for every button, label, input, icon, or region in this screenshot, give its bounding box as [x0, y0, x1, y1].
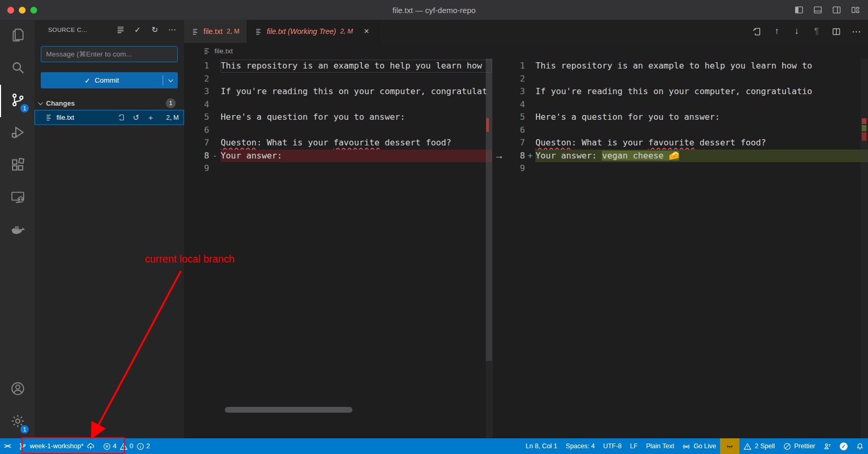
- editor-line: 9: [184, 162, 492, 175]
- discard-changes-icon[interactable]: ↺: [132, 113, 141, 122]
- more-actions-icon[interactable]: ⋯: [851, 26, 862, 37]
- feedback-button[interactable]: [819, 438, 836, 454]
- deleted-change-mark: [486, 118, 489, 132]
- activity-search[interactable]: [0, 52, 35, 85]
- misspelled-word: favourite: [334, 138, 380, 147]
- customize-layout-icon[interactable]: [850, 5, 861, 15]
- toggle-secondary-sidebar-icon[interactable]: [831, 5, 842, 15]
- debug-icon: [10, 124, 26, 142]
- overview-ruler[interactable]: [861, 59, 868, 438]
- cursor-position[interactable]: Ln 8, Col 1: [521, 438, 561, 454]
- text-file-icon: [45, 114, 53, 121]
- spell-enabled-indicator[interactable]: ✓: [836, 438, 852, 454]
- more-actions-icon[interactable]: ⋯: [167, 25, 177, 35]
- activity-explorer[interactable]: [0, 20, 35, 52]
- prettier-status[interactable]: Prettier: [779, 438, 819, 454]
- render-whitespace-icon[interactable]: ¶: [811, 26, 822, 37]
- view-as-list-icon[interactable]: [116, 25, 125, 35]
- publish-changes-icon: [87, 442, 95, 450]
- activity-remote-explorer[interactable]: [0, 182, 35, 214]
- stage-changes-icon[interactable]: +: [146, 113, 155, 122]
- tab-file-txt-working-tree[interactable]: file.txt (Working Tree) 2, M ×: [247, 20, 380, 43]
- file-decoration-badge: 2, M: [166, 114, 179, 121]
- editor-line: 4: [502, 98, 868, 111]
- changes-section-header[interactable]: Changes 1: [35, 96, 184, 110]
- feedback-icon: [824, 442, 831, 450]
- tab-bar: file.txt 2, M file.txt (Working Tree) 2,…: [184, 20, 868, 43]
- diff-original-pane[interactable]: 1This repository is an example to help y…: [184, 59, 493, 438]
- editor-line: 6: [184, 124, 492, 137]
- toggle-primary-sidebar-icon[interactable]: [794, 5, 804, 15]
- vscode-window: file.txt — cyf-demo-repo: [0, 0, 868, 454]
- info-count: 2: [146, 442, 150, 450]
- editor-line: 3If you're reading this on your computer…: [184, 85, 492, 98]
- docker-icon: [10, 222, 26, 240]
- changes-count-badge: 1: [166, 98, 176, 108]
- commit-button[interactable]: ✓ Commit: [41, 72, 178, 88]
- editor-line: 2: [184, 73, 492, 86]
- notifications-button[interactable]: [852, 438, 868, 454]
- inserted-text: vegan cheese 🧀: [602, 151, 679, 161]
- remote-explorer-icon: [10, 189, 26, 207]
- problems-indicator[interactable]: 4 0 2: [99, 438, 154, 454]
- vertical-scrollbar[interactable]: [486, 59, 492, 438]
- source-control-sidebar: SOURCE C... ✓ ↻ ⋯ ✓ Commit: [35, 20, 184, 438]
- activity-accounts[interactable]: [0, 373, 35, 406]
- changed-file-name: file.txt: [56, 114, 74, 121]
- branch-name: week-1-workshop*: [30, 442, 84, 450]
- toggle-panel-icon[interactable]: [813, 5, 823, 15]
- editor-line: 3If you're reading this on your computer…: [502, 85, 868, 98]
- text-file-icon: [203, 47, 211, 55]
- editor-line: 1This repository is an example to help y…: [184, 60, 492, 73]
- activity-run-debug[interactable]: [0, 117, 35, 150]
- commit-message-input[interactable]: [46, 50, 173, 58]
- tab-file-txt[interactable]: file.txt 2, M: [184, 20, 247, 43]
- horizontal-scrollbar[interactable]: [225, 407, 352, 413]
- bell-icon: [856, 442, 864, 450]
- text-file-icon: [191, 28, 199, 36]
- search-icon: [10, 60, 26, 77]
- split-editor-icon[interactable]: [831, 26, 842, 37]
- misspelled-word: favourite: [648, 138, 694, 147]
- spell-checker-status[interactable]: 2 Spell: [739, 438, 779, 454]
- editor-line: 7Queston: What is your favourite dessert…: [502, 137, 868, 150]
- editor-line: 5Here's a question for you to answer:: [502, 111, 868, 124]
- go-live-button[interactable]: Go Live: [678, 438, 720, 454]
- editor-line: 1This repository is an example to help y…: [502, 60, 868, 73]
- commit-button-label: Commit: [95, 76, 119, 84]
- eol-sequence[interactable]: LF: [626, 438, 642, 454]
- encoding[interactable]: UTF-8: [599, 438, 625, 454]
- activity-extensions[interactable]: [0, 150, 35, 182]
- diff-modified-pane[interactable]: → 1This repository is an example to help…: [493, 59, 868, 438]
- branch-indicator[interactable]: week-1-workshop*: [15, 438, 99, 454]
- tab-label: file.txt (Working Tree): [267, 27, 336, 36]
- open-file-icon[interactable]: [117, 113, 126, 122]
- language-mode[interactable]: Plain Text: [642, 438, 678, 454]
- changed-file-row[interactable]: file.txt ↺ + 2, M: [35, 110, 184, 125]
- remote-indicator[interactable]: ><: [0, 438, 15, 454]
- previous-change-icon[interactable]: ↑: [771, 26, 782, 37]
- indentation[interactable]: Spaces: 4: [562, 438, 599, 454]
- activity-docker[interactable]: [0, 214, 35, 247]
- git-branch-icon: [19, 442, 27, 450]
- tab-problem-badge: 2, M: [340, 28, 353, 35]
- tab-problem-badge: 2, M: [227, 28, 239, 35]
- error-lens-toggle[interactable]: [720, 438, 739, 454]
- deleted-line: 8-Your answer:: [184, 150, 492, 163]
- error-count: 4: [113, 442, 117, 450]
- sidebar-title: SOURCE C...: [48, 27, 87, 33]
- next-change-icon[interactable]: ↓: [791, 26, 802, 37]
- commit-check-icon[interactable]: ✓: [133, 25, 142, 35]
- open-changes-icon[interactable]: [751, 26, 762, 37]
- files-icon: [10, 27, 26, 45]
- breadcrumb[interactable]: file.txt: [184, 43, 868, 59]
- editor-line: 4: [184, 98, 492, 111]
- activity-settings[interactable]: 1: [0, 406, 35, 438]
- error-icon: [103, 442, 111, 450]
- eye-closed-icon: [726, 442, 734, 450]
- commit-dropdown-button[interactable]: [163, 72, 178, 88]
- tab-label: file.txt: [203, 27, 223, 36]
- refresh-icon[interactable]: ↻: [150, 25, 159, 35]
- close-tab-icon[interactable]: ×: [361, 26, 372, 37]
- activity-source-control[interactable]: 1: [0, 85, 35, 117]
